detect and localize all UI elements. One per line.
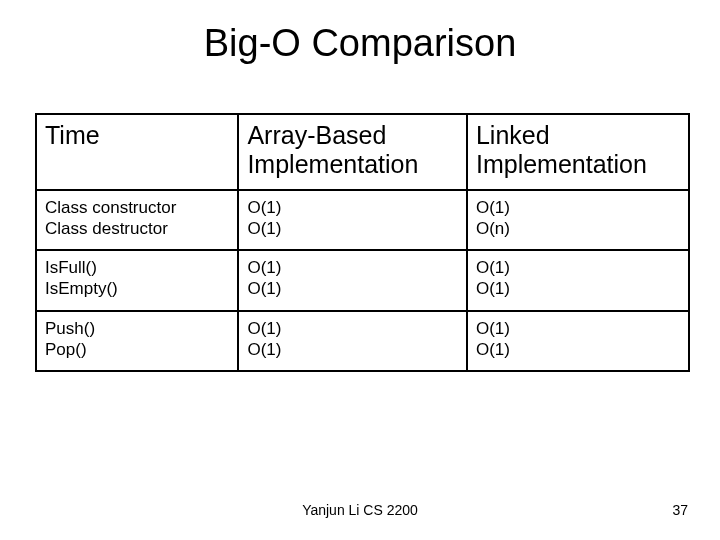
row-array: O(1) O(1)	[238, 250, 467, 311]
row-array-a: O(1)	[247, 318, 458, 339]
table-row: Class constructor Class destructor O(1) …	[36, 190, 689, 251]
header-time: Time	[36, 114, 238, 190]
row-linked-a: O(1)	[476, 197, 680, 218]
row-linked-a: O(1)	[476, 257, 680, 278]
row-label-b: Pop()	[45, 339, 229, 360]
row-linked-b: O(n)	[476, 218, 680, 239]
row-linked: O(1) O(n)	[467, 190, 689, 251]
comparison-table: Time Array-Based Implementation Linked I…	[35, 113, 690, 372]
row-label-b: IsEmpty()	[45, 278, 229, 299]
row-array: O(1) O(1)	[238, 190, 467, 251]
row-label-b: Class destructor	[45, 218, 229, 239]
comparison-table-wrap: Time Array-Based Implementation Linked I…	[35, 113, 690, 372]
row-linked-a: O(1)	[476, 318, 680, 339]
footer-page-number: 37	[672, 502, 688, 518]
row-linked-b: O(1)	[476, 339, 680, 360]
row-array-a: O(1)	[247, 257, 458, 278]
header-array: Array-Based Implementation	[238, 114, 467, 190]
row-array-b: O(1)	[247, 339, 458, 360]
footer-author: Yanjun Li CS 2200	[0, 502, 720, 518]
row-label-a: Class constructor	[45, 197, 229, 218]
row-label: Push() Pop()	[36, 311, 238, 372]
table-header-row: Time Array-Based Implementation Linked I…	[36, 114, 689, 190]
table-row: IsFull() IsEmpty() O(1) O(1) O(1) O(1)	[36, 250, 689, 311]
row-label: Class constructor Class destructor	[36, 190, 238, 251]
row-linked: O(1) O(1)	[467, 250, 689, 311]
row-linked-b: O(1)	[476, 278, 680, 299]
header-linked: Linked Implementation	[467, 114, 689, 190]
row-array-a: O(1)	[247, 197, 458, 218]
row-linked: O(1) O(1)	[467, 311, 689, 372]
table-row: Push() Pop() O(1) O(1) O(1) O(1)	[36, 311, 689, 372]
row-array-b: O(1)	[247, 218, 458, 239]
row-label: IsFull() IsEmpty()	[36, 250, 238, 311]
slide-title: Big-O Comparison	[0, 0, 720, 83]
slide: Big-O Comparison Time Array-Based Implem…	[0, 0, 720, 540]
row-label-a: Push()	[45, 318, 229, 339]
row-array-b: O(1)	[247, 278, 458, 299]
row-array: O(1) O(1)	[238, 311, 467, 372]
row-label-a: IsFull()	[45, 257, 229, 278]
